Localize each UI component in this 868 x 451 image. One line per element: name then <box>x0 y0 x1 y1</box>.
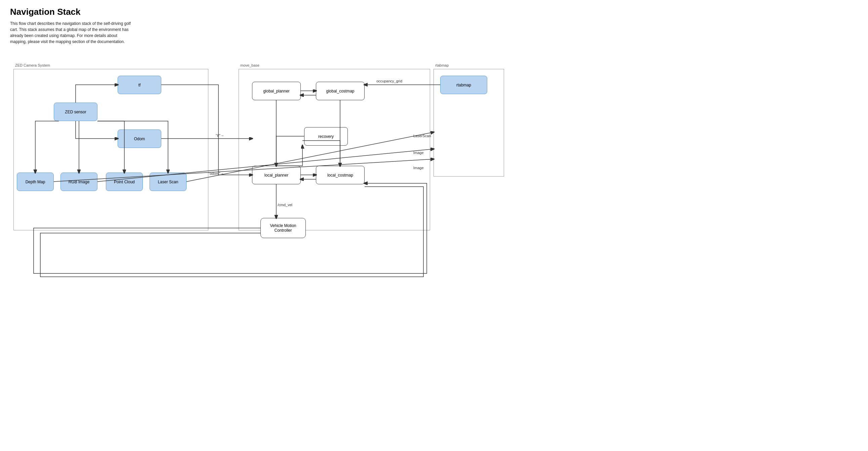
zed-camera-label: ZED Camera System <box>15 63 50 67</box>
rtabmap-group-label: rtabmap <box>435 63 448 67</box>
rtabmap-node: rtabmap <box>440 76 487 94</box>
diagram-area: ZED Camera System move_base rtabmap tf Z… <box>10 55 434 310</box>
odom-label: "odom"→ <box>208 171 224 175</box>
tf-label: "tf"→ <box>216 134 224 138</box>
tf-node: tf <box>118 76 161 94</box>
rgb-image-node: RGB Image <box>61 172 97 191</box>
zed-sensor-node: ZED sensor <box>54 103 97 121</box>
recovery-node: recovery <box>304 127 348 146</box>
vehicle-motion-node: Vehicle MotionController <box>260 218 306 238</box>
page-title: Navigation Stack <box>10 7 858 17</box>
description-text: This flow chart describes the navigation… <box>10 21 131 45</box>
zed-camera-group: ZED Camera System <box>13 69 208 230</box>
global-costmap-node: global_costmap <box>316 82 365 100</box>
global-planner-node: global_planner <box>252 82 301 100</box>
point-cloud-node: Point Cloud <box>106 172 143 191</box>
local-costmap-node: local_costmap <box>316 166 365 184</box>
move-base-label: move_base <box>240 63 259 67</box>
depth-map-node: Depth Map <box>17 172 54 191</box>
odom-node: Odom <box>118 130 161 148</box>
laser-scan-node: Laser Scan <box>150 172 186 191</box>
local-planner-node: local_planner <box>252 166 301 184</box>
